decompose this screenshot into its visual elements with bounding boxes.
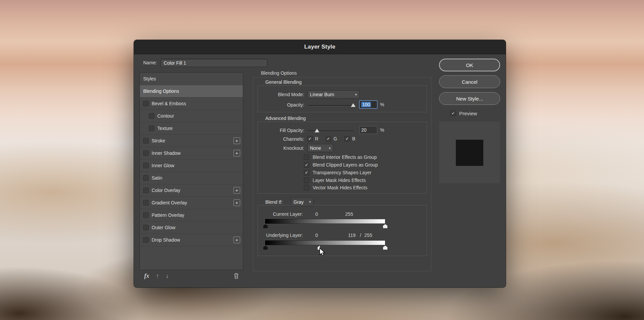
style-item-label: Contour — [157, 113, 174, 119]
current-layer-max: 255 — [345, 211, 353, 217]
cancel-button[interactable]: Cancel — [439, 75, 500, 88]
transparency-shapes-checkbox[interactable]: ✓ — [304, 170, 309, 175]
ok-button[interactable]: OK — [439, 59, 500, 71]
channels-row: ✓ R ✓ G ✓ B — [307, 136, 355, 141]
color-overlay-checkbox[interactable] — [143, 188, 149, 193]
blend-mode-value: Linear Burn — [310, 92, 334, 97]
style-item-label: Texture — [157, 126, 173, 131]
add-stroke-button[interactable]: + — [233, 137, 240, 144]
preview-checkbox[interactable]: ✓ — [450, 111, 456, 116]
layer-mask-hides-checkbox[interactable] — [304, 178, 309, 183]
opacity-unit: % — [380, 102, 384, 107]
layer-style-dialog: Layer Style Name: Styles Blending Option… — [134, 40, 506, 287]
inner-shadow-checkbox[interactable] — [143, 150, 149, 156]
styles-list: Styles Blending Options Bevel & Emboss C… — [140, 72, 243, 270]
opacity-slider-track[interactable] — [308, 105, 354, 106]
fx-icon[interactable]: fx — [144, 272, 149, 279]
style-item-label: Blending Options — [143, 88, 179, 94]
inner-glow-checkbox[interactable] — [143, 163, 149, 168]
underlying-layer-label: Underlying Layer: — [249, 233, 303, 238]
channel-g-checkbox[interactable]: ✓ — [326, 136, 331, 141]
drop-shadow-checkbox[interactable] — [143, 237, 149, 243]
underlying-layer-separator: / — [360, 233, 361, 238]
channel-g-label: G — [333, 136, 337, 141]
style-item-pattern-overlay[interactable]: Pattern Overlay — [140, 209, 243, 221]
current-layer-min: 0 — [315, 211, 318, 217]
trash-icon[interactable] — [233, 273, 239, 279]
underlying-layer-min: 0 — [315, 233, 318, 238]
name-input[interactable] — [161, 59, 267, 67]
arrow-up-icon[interactable]: ↑ — [156, 272, 159, 279]
preview-color-chip — [456, 140, 483, 166]
fill-opacity-slider-track[interactable] — [308, 131, 354, 132]
knockout-select[interactable]: None ▾ — [307, 144, 333, 152]
new-style-button[interactable]: New Style... — [439, 92, 500, 105]
add-drop-shadow-button[interactable]: + — [233, 237, 240, 243]
style-item-contour[interactable]: Contour — [140, 110, 243, 122]
outer-glow-checkbox[interactable] — [143, 225, 149, 230]
style-item-blending-options[interactable]: Blending Options — [140, 85, 243, 98]
vector-mask-hides-checkbox[interactable] — [304, 185, 309, 190]
ok-button-label: OK — [466, 62, 473, 68]
cancel-button-label: Cancel — [462, 79, 478, 85]
opacity-value: 100 — [361, 102, 371, 107]
style-item-color-overlay[interactable]: Color Overlay + — [140, 184, 243, 197]
advanced-blending-legend: Advanced Blending — [265, 116, 306, 121]
style-item-texture[interactable]: Texture — [140, 122, 243, 135]
gradient-overlay-checkbox[interactable] — [143, 200, 149, 205]
chevron-down-icon: ▾ — [327, 146, 331, 150]
knockout-label: Knockout: — [251, 145, 304, 151]
stroke-checkbox[interactable] — [143, 138, 149, 143]
opacity-label: Opacity: — [251, 102, 304, 108]
style-item-label: Drop Shadow — [152, 237, 180, 243]
channel-b-label: B — [352, 136, 355, 141]
blend-clipped-checkbox[interactable]: ✓ — [304, 162, 309, 168]
style-item-gradient-overlay[interactable]: Gradient Overlay + — [140, 197, 243, 209]
contour-checkbox[interactable] — [149, 113, 154, 119]
dialog-titlebar[interactable]: Layer Style — [134, 40, 506, 54]
styles-list-header[interactable]: Styles — [140, 73, 243, 85]
style-item-label: Bevel & Emboss — [152, 101, 186, 106]
general-blending-legend: General Blending — [265, 79, 302, 85]
blend-mode-select[interactable]: Linear Burn ▾ — [307, 90, 360, 99]
underlying-layer-split: 119 — [348, 233, 356, 238]
fill-opacity-input[interactable]: 20 — [359, 126, 377, 134]
underlying-layer-gradient-bar[interactable] — [265, 240, 385, 245]
style-item-inner-glow[interactable]: Inner Glow — [140, 159, 243, 172]
style-item-stroke[interactable]: Stroke + — [140, 135, 243, 147]
style-item-label: Satin — [152, 175, 162, 181]
arrow-down-icon[interactable]: ↓ — [166, 272, 169, 279]
blend-interior-checkbox[interactable] — [304, 154, 309, 160]
chevron-down-icon: ▾ — [353, 92, 357, 97]
style-item-outer-glow[interactable]: Outer Glow — [140, 221, 243, 234]
bevel-emboss-checkbox[interactable] — [143, 101, 149, 106]
style-item-label: Pattern Overlay — [152, 212, 184, 218]
style-item-drop-shadow[interactable]: Drop Shadow + — [140, 234, 243, 246]
texture-checkbox[interactable] — [149, 126, 154, 131]
pattern-overlay-checkbox[interactable] — [143, 212, 149, 218]
style-item-label: Inner Glow — [152, 163, 174, 168]
channel-b-checkbox[interactable]: ✓ — [344, 136, 350, 141]
underlying-layer-max: 255 — [364, 233, 372, 238]
channel-r-label: R — [315, 136, 318, 141]
style-item-satin[interactable]: Satin — [140, 172, 243, 184]
add-inner-shadow-button[interactable]: + — [233, 150, 240, 156]
satin-checkbox[interactable] — [143, 175, 149, 181]
style-item-inner-shadow[interactable]: Inner Shadow + — [140, 147, 243, 159]
blend-if-mode: Gray — [293, 199, 304, 205]
style-item-bevel-emboss[interactable]: Bevel & Emboss — [140, 98, 243, 110]
add-color-overlay-button[interactable]: + — [233, 187, 240, 194]
preview-label: Preview — [459, 111, 477, 116]
style-item-label: Color Overlay — [152, 188, 180, 193]
current-layer-gradient-bar[interactable] — [265, 219, 385, 224]
styles-list-toolbar: fx ↑ ↓ — [140, 271, 243, 281]
fill-opacity-value: 20 — [361, 127, 367, 133]
section-title: Blending Options — [261, 70, 297, 76]
add-gradient-overlay-button[interactable]: + — [233, 199, 240, 206]
channel-r-checkbox[interactable]: ✓ — [307, 136, 313, 141]
fill-opacity-unit: % — [380, 127, 384, 133]
knockout-value: None — [310, 145, 321, 151]
blend-if-label: Blend If: — [265, 199, 282, 205]
opacity-input[interactable]: 100 — [359, 101, 377, 109]
general-blending-group — [258, 85, 427, 112]
